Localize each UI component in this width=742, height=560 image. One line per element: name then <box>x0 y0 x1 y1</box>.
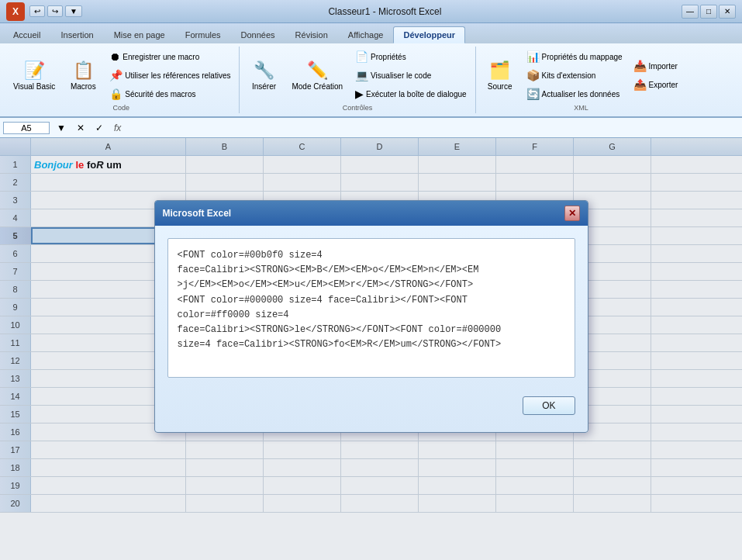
enregistrer-macro-button[interactable]: ⏺ Enregistrer une macro <box>105 48 234 65</box>
importer-label: Importer <box>649 62 678 71</box>
controles-group-content: 🔧 Insérer ✏️ Mode Création 📄 Propriétés … <box>244 48 470 102</box>
proprietes-button[interactable]: 📄 Propriétés <box>351 48 471 65</box>
xml-group-label: XML <box>574 104 588 112</box>
proprietes-mappage-button[interactable]: 📊 Propriétés du mappage <box>523 48 626 65</box>
import-icon: 📥 <box>633 60 647 72</box>
controles-small-buttons: 📄 Propriétés 💻 Visualiser le code ▶ Exéc… <box>351 48 471 102</box>
securite-label: Sécurité des macros <box>125 90 195 99</box>
formula-bar: A5 ▼ ✕ ✓ fx <box>0 118 742 138</box>
visual-basic-label: Visual Basic <box>13 82 55 91</box>
dialog-overlay: Microsoft Excel ✕ <FONT color=#00b0f0 si… <box>0 138 742 560</box>
dialog-content-area: <FONT color=#00b0f0 size=4face=Calibri><… <box>167 238 575 378</box>
design-mode-icon: ✏️ <box>307 60 328 81</box>
importer-button[interactable]: 📥 Importer <box>630 57 682 74</box>
tab-formules[interactable]: Formules <box>175 26 231 43</box>
view-code-icon: 💻 <box>355 69 368 81</box>
ribbon-tabs: Accueil Insertion Mise en page Formules … <box>0 23 742 43</box>
kits-extension-button[interactable]: 📦 Kits d'extension <box>523 67 626 84</box>
securite-macros-button[interactable]: 🔒 Sécurité des macros <box>105 85 234 102</box>
properties-icon: 📄 <box>355 50 368 63</box>
ribbon-content: 📝 Visual Basic 📋 Macros ⏺ Enregistrer un… <box>0 43 742 116</box>
dialog-content-text: <FONT color=#00b0f0 size=4face=Calibri><… <box>178 250 502 350</box>
inserer-button[interactable]: 🔧 Insérer <box>244 57 283 95</box>
tab-revision[interactable]: Révision <box>285 26 338 43</box>
references-label: Utiliser les références relatives <box>125 71 230 80</box>
dialog-ok-button[interactable]: OK <box>523 396 575 415</box>
quick-access-toolbar[interactable]: ↩ ↪ ▼ <box>29 5 82 17</box>
visual-basic-button[interactable]: 📝 Visual Basic <box>8 57 60 95</box>
cancel-formula-button[interactable]: ✕ <box>73 121 88 135</box>
tab-mise-en-page[interactable]: Mise en page <box>104 26 175 43</box>
export-icon: 📤 <box>633 78 647 91</box>
exporter-label: Exporter <box>649 81 678 89</box>
dialog-body: <FONT color=#00b0f0 size=4face=Calibri><… <box>155 226 588 390</box>
references-relatives-button[interactable]: 📌 Utiliser les références relatives <box>105 67 234 84</box>
vb-icon: 📝 <box>24 60 45 81</box>
macros-button[interactable]: 📋 Macros <box>64 57 102 95</box>
exporter-button[interactable]: 📤 Exporter <box>630 76 682 93</box>
cell-reference-box[interactable]: A5 <box>3 122 50 134</box>
visualiser-code-button[interactable]: 💻 Visualiser le code <box>351 67 471 84</box>
dialog-title: Microsoft Excel <box>163 208 232 219</box>
inserer-label: Insérer <box>252 82 276 91</box>
source-icon: 🗂️ <box>489 60 510 81</box>
visualiser-label: Visualiser le code <box>371 71 431 80</box>
refresh-icon: 🔄 <box>526 88 540 100</box>
controles-group-label: Contrôles <box>343 104 373 112</box>
kits-icon: 📦 <box>526 69 540 81</box>
record-icon: ⏺ <box>109 50 120 63</box>
mode-creation-label: Mode Création <box>292 82 343 91</box>
insert-icon: 🔧 <box>254 60 274 81</box>
restore-button[interactable]: □ <box>700 5 717 19</box>
run-icon: ▶ <box>355 88 364 100</box>
ribbon: Accueil Insertion Mise en page Formules … <box>0 23 742 118</box>
code-group-label: Code <box>112 104 129 112</box>
ribbon-group-code: 📝 Visual Basic 📋 Macros ⏺ Enregistrer un… <box>3 47 240 113</box>
formula-icon[interactable]: fx <box>110 121 125 135</box>
dropdown-btn[interactable]: ▼ <box>65 5 82 17</box>
actualiser-label: Actualiser les données <box>542 90 620 99</box>
proprietes-label: Propriétés <box>371 53 406 61</box>
redo-btn[interactable]: ↪ <box>47 5 63 17</box>
executer-boite-button[interactable]: ▶ Exécuter la boîte de dialogue <box>351 85 471 102</box>
tab-insertion[interactable]: Insertion <box>50 26 103 43</box>
xml-small-buttons: 📊 Propriétés du mappage 📦 Kits d'extensi… <box>523 48 626 102</box>
dialog-close-button[interactable]: ✕ <box>564 206 580 221</box>
formula-input[interactable] <box>128 123 739 133</box>
undo-btn[interactable]: ↩ <box>29 5 45 17</box>
proprietes-mappage-label: Propriétés du mappage <box>542 53 623 61</box>
spreadsheet: A B C D E F G 1 Bonjour le fo R um 2 3 4 <box>0 138 742 560</box>
tab-developpeur[interactable]: Développeur <box>393 26 465 43</box>
executer-label: Exécuter la boîte de dialogue <box>366 90 467 99</box>
name-manager-button[interactable]: ▼ <box>53 121 70 135</box>
actualiser-donnees-button[interactable]: 🔄 Actualiser les données <box>523 85 626 102</box>
xml-group-content: 🗂️ Source 📊 Propriétés du mappage 📦 Kits… <box>481 48 682 102</box>
tab-affichage[interactable]: Affichage <box>338 26 394 43</box>
window-controls[interactable]: — □ ✕ <box>682 5 736 19</box>
source-button[interactable]: 🗂️ Source <box>481 57 519 95</box>
source-label: Source <box>488 82 512 91</box>
title-bar: X ↩ ↪ ▼ Classeur1 - Microsoft Excel — □ … <box>0 0 742 23</box>
macros-label: Macros <box>71 82 96 91</box>
tab-donnees[interactable]: Données <box>231 26 285 43</box>
ref-icon: 📌 <box>109 69 123 81</box>
app-title: Classeur1 - Microsoft Excel <box>88 6 682 17</box>
confirm-formula-button[interactable]: ✓ <box>91 121 107 135</box>
macros-icon: 📋 <box>73 60 94 81</box>
code-small-buttons: ⏺ Enregistrer une macro 📌 Utiliser les r… <box>105 48 234 102</box>
xml-import-export: 📥 Importer 📤 Exporter <box>630 57 682 93</box>
enregistrer-macro-label: Enregistrer une macro <box>123 53 199 61</box>
security-icon: 🔒 <box>109 88 123 100</box>
map-properties-icon: 📊 <box>526 50 540 63</box>
code-group-content: 📝 Visual Basic 📋 Macros ⏺ Enregistrer un… <box>8 48 234 102</box>
close-button[interactable]: ✕ <box>719 5 736 19</box>
dialog-titlebar: Microsoft Excel ✕ <box>155 201 588 226</box>
dialog-footer: OK <box>155 390 588 424</box>
app-logo: X <box>6 2 25 21</box>
ribbon-group-controles: 🔧 Insérer ✏️ Mode Création 📄 Propriétés … <box>240 47 475 113</box>
minimize-button[interactable]: — <box>682 5 699 19</box>
tab-accueil[interactable]: Accueil <box>3 26 50 43</box>
ribbon-group-xml: 🗂️ Source 📊 Propriétés du mappage 📦 Kits… <box>476 47 687 113</box>
mode-creation-button[interactable]: ✏️ Mode Création <box>286 57 348 95</box>
excel-dialog: Microsoft Excel ✕ <FONT color=#00b0f0 si… <box>154 200 588 433</box>
